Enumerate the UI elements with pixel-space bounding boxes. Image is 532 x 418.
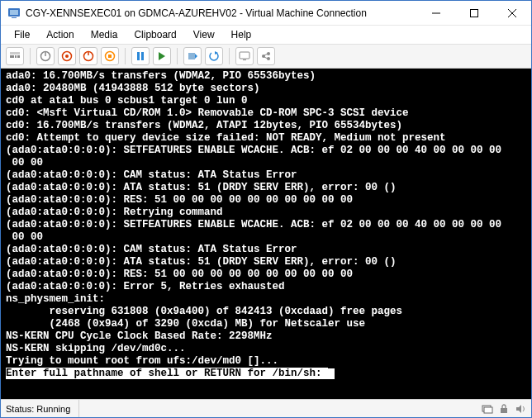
- menu-file[interactable]: File: [6, 27, 38, 42]
- status-text: Status: Running: [6, 400, 79, 417]
- svg-rect-1: [10, 10, 18, 15]
- svg-marker-21: [159, 52, 165, 60]
- status-icons: [482, 403, 526, 415]
- svg-rect-8: [15, 55, 17, 58]
- toolbar: [1, 44, 531, 69]
- reset-button[interactable]: [153, 47, 171, 65]
- pause-button[interactable]: [131, 47, 150, 65]
- svg-rect-25: [240, 52, 249, 59]
- close-button[interactable]: [493, 1, 531, 25]
- toolbar-separator: [30, 48, 31, 64]
- titlebar: CGY-XENNSEXEC01 on GDMCA-AZUREHV02 - Vir…: [1, 1, 531, 26]
- svg-marker-23: [195, 54, 197, 59]
- svg-rect-26: [243, 59, 246, 60]
- share-button[interactable]: [257, 47, 275, 65]
- enhanced-session-button[interactable]: [235, 47, 254, 65]
- start-button[interactable]: [36, 47, 55, 65]
- svg-rect-2: [12, 17, 17, 18]
- svg-rect-18: [108, 55, 112, 58]
- menu-action[interactable]: Action: [38, 27, 82, 42]
- turn-off-button[interactable]: [58, 47, 76, 65]
- svg-rect-4: [471, 9, 478, 17]
- menubar: File Action Media Clipboard View Help: [1, 26, 531, 44]
- svg-rect-10: [10, 52, 20, 55]
- menu-media[interactable]: Media: [83, 27, 126, 42]
- toolbar-separator: [125, 48, 126, 64]
- svg-rect-34: [501, 408, 507, 413]
- lock-icon: [498, 403, 510, 415]
- minimize-button[interactable]: [417, 1, 455, 25]
- save-button[interactable]: [101, 47, 119, 65]
- menu-clipboard[interactable]: Clipboard: [126, 27, 184, 42]
- svg-rect-20: [141, 52, 144, 60]
- menu-help[interactable]: Help: [223, 27, 260, 42]
- svg-rect-7: [10, 55, 14, 58]
- cursor: [328, 368, 335, 379]
- svg-point-14: [65, 55, 69, 58]
- speaker-icon: [515, 403, 526, 415]
- console-output[interactable]: ada0: 16.700MB/s transfers (WDMA2, PIO 6…: [1, 69, 531, 399]
- window-controls: [417, 1, 531, 25]
- svg-rect-33: [484, 407, 492, 413]
- window-title: CGY-XENNSEXEC01 on GDMCA-AZUREHV02 - Vir…: [26, 7, 417, 19]
- toolbar-separator: [177, 48, 178, 64]
- shut-down-button[interactable]: [79, 47, 97, 65]
- svg-marker-35: [516, 405, 521, 413]
- ctrl-alt-del-button[interactable]: [6, 47, 24, 65]
- maximize-button[interactable]: [455, 1, 493, 25]
- checkpoint-button[interactable]: [183, 47, 202, 65]
- network-icon: [482, 403, 493, 415]
- svg-rect-9: [17, 55, 20, 58]
- toolbar-separator: [229, 48, 230, 64]
- shell-prompt[interactable]: Enter full pathname of shell or RETURN f…: [6, 368, 328, 379]
- svg-rect-22: [188, 53, 195, 59]
- svg-rect-19: [137, 52, 140, 60]
- menu-view[interactable]: View: [185, 27, 223, 42]
- statusbar: Status: Running: [1, 399, 531, 417]
- revert-button[interactable]: [205, 47, 223, 65]
- app-icon: [7, 7, 21, 20]
